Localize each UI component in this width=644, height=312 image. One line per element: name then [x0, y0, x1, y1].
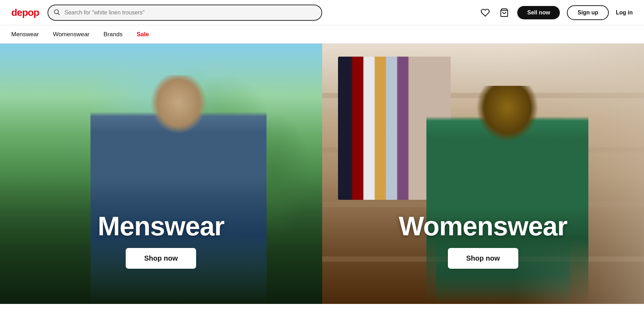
nav-item-brands[interactable]: Brands: [104, 30, 123, 39]
header: depop Sell now Sign up Log in: [0, 0, 644, 25]
nav-item-menswear[interactable]: Menswear: [11, 30, 39, 39]
logo[interactable]: depop: [11, 7, 39, 18]
log-in-button[interactable]: Log in: [616, 9, 633, 16]
cart-button[interactable]: [498, 7, 510, 19]
womenswear-title: Womenswear: [399, 213, 567, 240]
bag-icon: [500, 8, 509, 17]
menswear-person: [90, 75, 267, 304]
search-input[interactable]: [48, 5, 322, 21]
hero-panel-womenswear: Womenswear Shop now: [322, 44, 644, 304]
womenswear-person: [426, 86, 588, 304]
wishlist-button[interactable]: [479, 7, 491, 19]
womenswear-content: Womenswear Shop now: [399, 213, 567, 269]
main-nav: Menswear Womenswear Brands Sale: [0, 25, 644, 44]
menswear-content: Menswear Shop now: [98, 213, 225, 269]
header-actions: Sell now Sign up Log in: [479, 5, 633, 20]
svg-point-0: [54, 9, 58, 14]
svg-line-1: [58, 13, 60, 15]
heart-icon: [481, 8, 490, 17]
womenswear-shop-button[interactable]: Shop now: [448, 248, 518, 269]
hero-section: Menswear Shop now Womenswear Shop now: [0, 44, 644, 304]
sell-now-button[interactable]: Sell now: [517, 6, 560, 19]
search-bar: [48, 5, 322, 21]
search-icon: [53, 8, 60, 17]
menswear-title: Menswear: [98, 213, 225, 240]
sign-up-button[interactable]: Sign up: [567, 5, 609, 20]
hero-panel-menswear: Menswear Shop now: [0, 44, 322, 304]
menswear-shop-button[interactable]: Shop now: [126, 248, 196, 269]
nav-item-sale[interactable]: Sale: [137, 30, 149, 39]
nav-item-womenswear[interactable]: Womenswear: [53, 30, 89, 39]
